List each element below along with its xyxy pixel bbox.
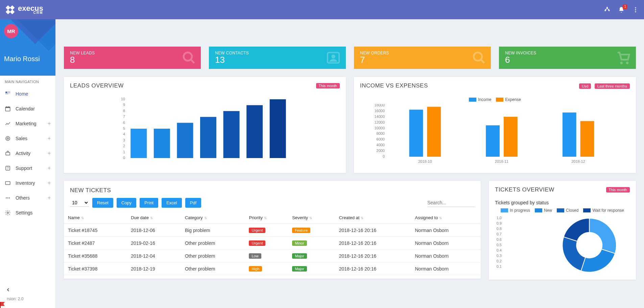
cell-category: Big problem [181, 224, 245, 237]
svg-rect-17 [5, 94, 6, 94]
stat-new-invoices[interactable]: NEW INVOICES6 [499, 47, 636, 69]
nav-label: Calendar [16, 106, 35, 111]
nav-label: Activity [16, 151, 30, 156]
svg-text:16000: 16000 [374, 109, 385, 113]
svg-text:2018-11: 2018-11 [495, 159, 508, 163]
bell-icon[interactable]: 1 [618, 6, 625, 13]
income-badge-range[interactable]: Last three months [595, 83, 630, 89]
stat-new-contacts[interactable]: NEW CONTACTS13 [209, 47, 346, 69]
contact-icon [326, 50, 341, 66]
support-icon: ? [5, 165, 11, 171]
share-icon[interactable] [604, 6, 611, 13]
table-row[interactable]: Ticket #187452018-12-06Big problemUrgent… [64, 224, 481, 237]
cell-assigned: Norman Osborn [411, 237, 481, 250]
more-icon[interactable] [632, 6, 639, 13]
svg-rect-1 [10, 5, 15, 10]
nav-item-settings[interactable]: Settings [0, 205, 55, 220]
expand-icon: + [48, 150, 51, 156]
svg-point-35 [184, 52, 192, 61]
search-icon [182, 51, 196, 65]
nav-item-support[interactable]: ?Support+ [0, 161, 55, 176]
pdf-button[interactable]: Pdf [185, 198, 201, 208]
cell-name: Ticket #18745 [64, 224, 127, 237]
overview-badge[interactable]: This month [606, 187, 630, 192]
nav-label: Settings [16, 210, 33, 215]
svg-rect-15 [8, 93, 9, 93]
print-button[interactable]: Print [140, 198, 158, 208]
cell-priority: High [245, 262, 288, 275]
cell-created: 2018-12-16 20:16 [335, 237, 411, 250]
nav-item-inventory[interactable]: Inventory+ [0, 176, 55, 190]
svg-point-7 [635, 7, 636, 8]
cell-name: Ticket #37398 [64, 262, 127, 275]
col-assigned[interactable]: Assigned to⇅ [411, 212, 481, 224]
notification-badge: 1 [623, 4, 627, 9]
tickets-title: NEW TICKETS [64, 181, 481, 198]
svg-text:0.9: 0.9 [497, 221, 502, 225]
svg-rect-76 [580, 121, 594, 157]
search-input[interactable] [427, 199, 475, 207]
leads-overview-panel: LEADS OVERVIEW This month 012345678910 [64, 77, 346, 173]
stat-new-leads[interactable]: NEW LEADS8 [64, 47, 201, 69]
copy-button[interactable]: Copy [117, 198, 136, 208]
collapse-sidebar-button[interactable] [3, 285, 52, 288]
nav-item-home[interactable]: Home [0, 86, 55, 101]
svg-point-6 [609, 10, 610, 11]
leads-bar-chart: 012345678910 [69, 97, 341, 165]
svg-text:2000: 2000 [377, 149, 385, 153]
reset-button[interactable]: Reset [92, 198, 113, 208]
income-badge-currency[interactable]: Usd [579, 83, 591, 89]
nav-label: Home [16, 91, 28, 97]
col-due[interactable]: Due date⇅ [127, 212, 181, 224]
cell-assigned: Norman Osborn [411, 262, 481, 275]
col-name[interactable]: Name⇅ [64, 212, 127, 224]
svg-text:4000: 4000 [377, 143, 385, 147]
others-icon [5, 195, 11, 201]
excel-button[interactable]: Excel [162, 198, 182, 208]
svg-rect-18 [6, 94, 7, 94]
svg-point-30 [6, 198, 7, 199]
svg-rect-52 [130, 129, 147, 158]
cell-category: Other problem [181, 250, 245, 262]
table-row[interactable]: Ticket #373982018-12-19Other problemHigh… [64, 262, 481, 275]
svg-text:2018-10: 2018-10 [418, 159, 432, 163]
svg-text:0: 0 [383, 154, 385, 158]
svg-text:0.1: 0.1 [497, 264, 502, 268]
nav-label: Sales [16, 136, 27, 141]
nav-item-others[interactable]: Others+ [0, 190, 55, 205]
col-category[interactable]: Category⇅ [181, 212, 245, 224]
main-content: NEW LEADS8NEW CONTACTS13NEW ORDERS7NEW I… [56, 38, 644, 288]
svg-text:9: 9 [123, 103, 125, 107]
cell-created: 2018-12-16 20:16 [335, 262, 411, 275]
page-size-select[interactable]: 10 [70, 199, 89, 207]
nav-item-marketing[interactable]: Marketing+ [0, 116, 55, 131]
legend-item: In progress [501, 208, 530, 213]
cell-priority: Urgent [245, 224, 288, 237]
nav-item-calendar[interactable]: Calendar [0, 101, 55, 116]
leads-badge[interactable]: This month [316, 83, 340, 88]
col-priority[interactable]: Priority⇅ [245, 212, 288, 224]
svg-text:0.2: 0.2 [497, 259, 502, 263]
svg-point-38 [474, 52, 482, 61]
svg-text:10: 10 [121, 97, 125, 101]
svg-text:8000: 8000 [377, 131, 385, 135]
col-severity[interactable]: Severity⇅ [288, 212, 335, 224]
col-created[interactable]: Created at⇅ [335, 212, 411, 224]
svg-text:2018-12: 2018-12 [571, 159, 585, 163]
legend-expense: Expense [505, 97, 521, 102]
svg-text:0.7: 0.7 [497, 232, 502, 236]
activity-icon [5, 150, 11, 156]
nav-item-sales[interactable]: Sales+ [0, 131, 55, 146]
table-row[interactable]: Ticket #356882018-12-04Other problemLowM… [64, 250, 481, 262]
table-row[interactable]: Ticket #24872019-02-16Other problemUrgen… [64, 237, 481, 250]
avatar[interactable]: MR [4, 24, 18, 38]
nav-item-activity[interactable]: Activity+ [0, 146, 55, 161]
calendar-icon [5, 106, 11, 112]
svg-rect-21 [5, 107, 10, 108]
stat-new-orders[interactable]: NEW ORDERS7 [354, 47, 491, 69]
svg-text:7: 7 [123, 114, 125, 119]
expand-icon: + [48, 165, 51, 171]
brand[interactable]: execus CRM [5, 5, 43, 15]
svg-text:0.5: 0.5 [497, 243, 502, 247]
svg-text:5: 5 [123, 126, 125, 130]
